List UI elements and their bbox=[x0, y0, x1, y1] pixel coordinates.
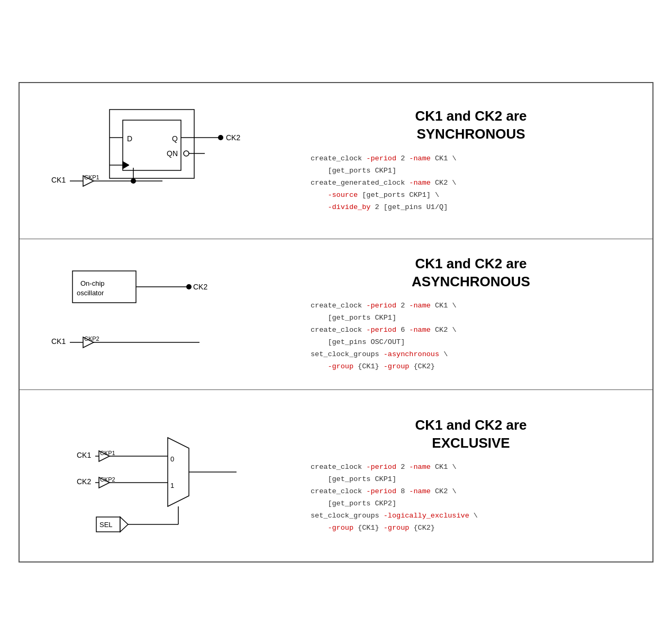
section-asynchronous: On-chip oscillator CK2 CK1 CKP2 bbox=[20, 239, 652, 390]
svg-text:Q: Q bbox=[172, 134, 178, 143]
code-exclusive: create_clock -period 2 -name CK1 \ [get_… bbox=[311, 461, 631, 534]
svg-text:CK2: CK2 bbox=[226, 133, 240, 142]
svg-text:CK2: CK2 bbox=[193, 283, 207, 291]
code-area-synchronous: CK1 and CK2 are SYNCHRONOUS create_clock… bbox=[295, 107, 631, 213]
svg-point-7 bbox=[218, 135, 223, 140]
code-asynchronous: create_clock -period 2 -name CK1 \ [get_… bbox=[311, 300, 631, 373]
diagram-exclusive: 0 1 CK1 CKP1 CK2 CKP2 bbox=[41, 406, 295, 546]
diagram-synchronous: D Q QN CK2 CK1 bbox=[41, 99, 295, 223]
svg-point-25 bbox=[186, 284, 192, 289]
svg-text:CKP2: CKP2 bbox=[100, 476, 115, 483]
svg-text:1: 1 bbox=[170, 482, 174, 489]
svg-point-9 bbox=[184, 151, 189, 156]
svg-text:CK1: CK1 bbox=[51, 176, 66, 184]
svg-marker-48 bbox=[120, 517, 128, 532]
svg-text:CKP2: CKP2 bbox=[84, 335, 99, 342]
svg-text:0: 0 bbox=[170, 455, 174, 463]
title-exclusive: CK1 and CK2 are EXCLUSIVE bbox=[311, 416, 631, 452]
svg-text:CKP1: CKP1 bbox=[100, 450, 115, 456]
svg-text:oscillator: oscillator bbox=[77, 289, 104, 297]
main-container: D Q QN CK2 CK1 bbox=[19, 82, 653, 563]
svg-text:CK1: CK1 bbox=[77, 451, 91, 459]
svg-text:CK1: CK1 bbox=[51, 337, 66, 346]
svg-marker-32 bbox=[168, 438, 189, 506]
title-synchronous: CK1 and CK2 are SYNCHRONOUS bbox=[311, 107, 631, 143]
section-synchronous: D Q QN CK2 CK1 bbox=[20, 83, 652, 239]
svg-text:CK2: CK2 bbox=[77, 477, 91, 486]
section-exclusive: 0 1 CK1 CKP1 CK2 CKP2 bbox=[20, 390, 652, 561]
title-asynchronous: CK1 and CK2 are ASYNCHRONOUS bbox=[311, 255, 631, 291]
svg-text:On-chip: On-chip bbox=[80, 279, 105, 287]
svg-text:SEL: SEL bbox=[99, 521, 113, 529]
svg-text:QN: QN bbox=[167, 149, 178, 158]
code-area-asynchronous: CK1 and CK2 are ASYNCHRONOUS create_cloc… bbox=[295, 255, 631, 373]
svg-rect-1 bbox=[123, 120, 181, 170]
diagram-asynchronous: On-chip oscillator CK2 CK1 CKP2 bbox=[41, 255, 295, 374]
svg-text:D: D bbox=[127, 134, 132, 143]
code-synchronous: create_clock -period 2 -name CK1 \ [get_… bbox=[311, 153, 631, 214]
svg-text:CKP1: CKP1 bbox=[84, 174, 99, 180]
code-area-exclusive: CK1 and CK2 are EXCLUSIVE create_clock -… bbox=[295, 416, 631, 534]
